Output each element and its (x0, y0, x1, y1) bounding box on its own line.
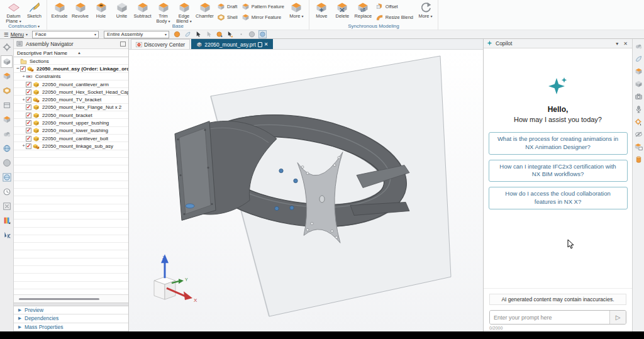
snap-point-icon[interactable] (173, 30, 181, 38)
body-icon[interactable] (634, 79, 643, 88)
orient-view-icon[interactable] (248, 30, 256, 38)
microphone-icon[interactable] (634, 104, 643, 113)
gear-icon[interactable] (1, 41, 13, 53)
selection-scope-filter[interactable]: Entire Assembly ▾ (104, 31, 169, 38)
expander-minus-icon[interactable]: − (16, 66, 20, 71)
suggestion-button-2[interactable]: How can I integrate IFC2x3 certification… (489, 160, 628, 182)
extrude-button[interactable]: Extrude (49, 0, 70, 19)
unite-button[interactable]: Unite (111, 0, 132, 19)
hole-button[interactable]: Hole (91, 0, 111, 19)
panel-menu-button[interactable]: ▾ (614, 41, 619, 47)
web-browser-icon[interactable] (1, 142, 13, 155)
pattern-feature-button[interactable]: Pattern Feature (240, 1, 286, 12)
lasso-icon[interactable] (205, 30, 213, 38)
revolve-button[interactable]: Revolve (70, 0, 91, 19)
tree-row[interactable]: −✓22050_mount_asy (Order: Linkage_order) (14, 65, 128, 72)
add-select-icon[interactable] (226, 30, 235, 38)
component-checkbox[interactable]: ✓ (26, 104, 31, 110)
move-button[interactable]: Move (311, 0, 332, 19)
history-icon[interactable] (1, 186, 13, 198)
tree-row[interactable]: ✓22050_mount_lower_bushing (14, 127, 128, 135)
component-checkbox[interactable]: ✓ (26, 143, 31, 149)
tree-hscrollbar[interactable] (14, 294, 128, 303)
pin-icon[interactable] (258, 42, 262, 47)
section-preview[interactable]: ▶Preview (14, 306, 128, 314)
close-icon[interactable]: ✕ (622, 41, 629, 47)
send-button[interactable]: ▷ (609, 311, 626, 324)
tree-row[interactable]: Sections (14, 57, 128, 65)
assembly-navigator-icon[interactable] (1, 55, 13, 68)
replace-button[interactable]: Replace (353, 0, 374, 19)
move-cursor-icon[interactable] (194, 30, 203, 38)
tree-row[interactable]: +Constraints (14, 73, 128, 81)
more-button[interactable]: More ▾ (415, 0, 436, 19)
component-checkbox[interactable]: ✓ (26, 82, 31, 87)
component-checkbox[interactable]: ✓ (26, 97, 31, 103)
menu-button[interactable]: ☰ Menu ▾ (2, 31, 30, 38)
tree-row[interactable]: ✓22050_mount_bracket (14, 111, 128, 119)
tree-row[interactable]: ✓22050_mount_cantilever_arm (14, 81, 128, 88)
shell-button[interactable]: Shell (215, 12, 240, 23)
show-hide-icon[interactable] (634, 130, 643, 138)
internet-explorer-icon[interactable] (1, 171, 13, 184)
component-checkbox[interactable]: ✓ (20, 66, 26, 72)
subtract-button[interactable]: Subtract (132, 0, 153, 19)
suggestion-button-3[interactable]: How do I access the cloud collaboration … (489, 187, 628, 209)
section-dependencies[interactable]: ▶Dependencies (14, 314, 128, 323)
mirror-feature-button[interactable]: Mirror Feature (240, 12, 286, 23)
reuse-library-icon[interactable] (1, 99, 13, 111)
tree-row[interactable]: ✓22050_mount_Hex_Flange_Nut x 2 (14, 104, 128, 111)
suggestion-button-1[interactable]: What is the process for creating animati… (489, 132, 628, 155)
draft-button[interactable]: Draft (215, 1, 240, 12)
component-checkbox[interactable]: ✓ (26, 120, 31, 126)
more-button[interactable]: More ▾ (286, 0, 307, 19)
component-checkbox[interactable]: ✓ (26, 136, 31, 142)
edge-blend-button[interactable]: Edge Blend ▾ (174, 0, 194, 25)
resize-blend-button[interactable]: Resize Blend (374, 12, 415, 23)
component-checkbox[interactable]: ✓ (26, 89, 31, 95)
camera-icon[interactable] (634, 92, 643, 101)
component-checkbox[interactable]: ✓ (26, 113, 31, 118)
window-part-icon[interactable] (634, 142, 643, 151)
3d-viewport[interactable]: Z X Y (129, 50, 483, 331)
tree-column-header[interactable]: Descriptive Part Name ▲ (14, 49, 128, 57)
roles-icon[interactable] (1, 214, 13, 227)
tree-row[interactable]: ✓22050_mount_cantilever_bolt (14, 135, 128, 142)
touch-select-icon[interactable] (184, 30, 192, 38)
section-mass-properties[interactable]: ▶Mass Properties (14, 323, 128, 331)
undock-icon[interactable] (120, 42, 126, 47)
scrollbar-thumb[interactable] (19, 298, 99, 300)
tab-discovery-center[interactable]: Discovery Center (131, 39, 190, 49)
primitive-cylinder-icon[interactable] (634, 155, 643, 164)
tree-row[interactable]: +✓22050_mount_linkage_sub_asy (14, 142, 128, 150)
offset-button[interactable]: Offset (374, 1, 415, 12)
tab-22050-mount-asy-prt[interactable]: 22050_mount_asy.prt✕ (191, 39, 273, 49)
expander-plus-icon[interactable]: + (21, 74, 26, 79)
visual-reports-icon[interactable] (1, 128, 13, 140)
close-icon[interactable]: ✕ (264, 42, 269, 47)
tree-row[interactable]: ✓22050_mount_upper_bushing (14, 119, 128, 126)
expand-tools-icon[interactable] (1, 200, 13, 213)
tree-row[interactable]: +✓22050_mount_TV_bracket (14, 96, 128, 103)
shaded-view-icon[interactable] (258, 30, 267, 38)
tree-row[interactable]: ✓22050_mount_Hex_Socket_Head_Cap_Screw x… (14, 88, 128, 96)
sketch-button[interactable]: Sketch (24, 0, 45, 19)
delete-button[interactable]: Delete (332, 0, 353, 19)
part-navigator-icon[interactable] (1, 84, 13, 97)
customize-icon[interactable] (634, 117, 643, 126)
system-scenes-icon[interactable] (1, 229, 13, 242)
select-sphere-icon[interactable] (216, 30, 224, 38)
component-checkbox[interactable]: ✓ (26, 128, 31, 133)
trim-body-button[interactable]: Trim Body ▾ (153, 0, 174, 25)
context-menu-icon[interactable] (634, 42, 643, 50)
constraint-navigator-icon[interactable] (1, 70, 13, 82)
selection-type-filter[interactable]: Face ▾ (32, 31, 99, 38)
prompt-input[interactable] (490, 311, 609, 324)
hd3d-tools-icon[interactable] (1, 113, 13, 126)
chamfer-button[interactable]: Chamfer (194, 0, 215, 19)
sphere-tool-icon[interactable] (1, 157, 13, 169)
expander-plus-icon[interactable]: + (21, 97, 26, 103)
extrude-icon[interactable] (634, 67, 643, 75)
datum-plane-button[interactable]: Datum Plane ▾ (3, 0, 24, 25)
sketch-section-icon[interactable] (634, 54, 643, 63)
